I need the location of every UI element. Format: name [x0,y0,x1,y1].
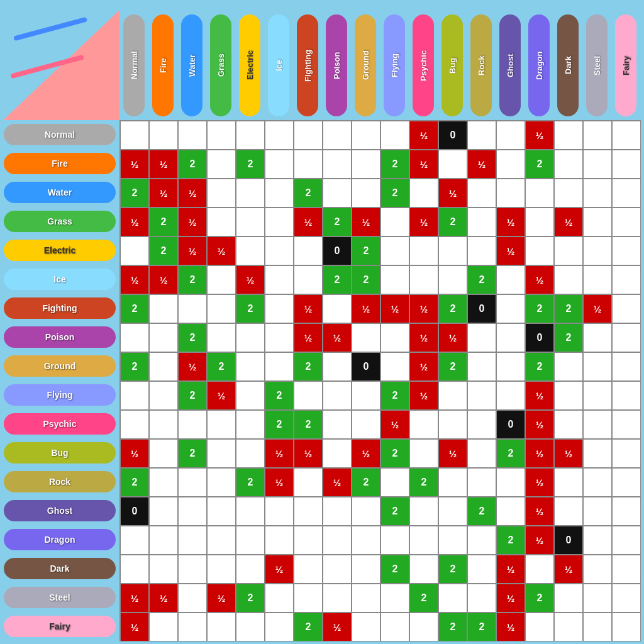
cell-5-2: 2 [178,265,207,294]
cell-17-4 [236,613,265,641]
cell-0-6 [294,121,323,150]
cell-10-15 [554,410,583,439]
cell-13-15 [554,497,583,526]
cell-0-1 [149,121,178,150]
table-row: ½0½ [120,121,641,150]
cell-8-10: ½ [409,352,438,381]
cell-14-8 [352,526,380,555]
row-header-dragon: Dragon [3,525,119,554]
cell-3-16 [583,208,612,236]
cell-9-16 [583,381,612,410]
cell-6-10: ½ [409,294,438,323]
cell-12-16 [583,468,612,497]
cell-0-11: 0 [438,121,467,150]
cell-17-0: ½ [120,613,149,641]
cell-17-8 [352,613,380,641]
cell-5-4: ½ [236,265,265,294]
cell-9-15 [554,381,583,410]
cell-13-9: 2 [380,497,409,526]
cell-5-15 [554,265,583,294]
cell-7-9 [380,323,409,352]
cell-2-17 [612,179,641,208]
cell-3-8: ½ [352,208,380,236]
cell-8-3: 2 [207,352,236,381]
cell-4-13: ½ [496,236,525,265]
cell-16-10: 2 [409,584,438,613]
cell-0-5 [265,121,294,150]
cell-7-1 [149,323,178,352]
table-row: 22½½½½2022½ [120,294,641,323]
cell-6-14: 2 [525,294,554,323]
table-row: 2½220½22 [120,352,641,381]
cell-16-15 [554,584,583,613]
col-header-dark: Dark [553,10,582,120]
cell-16-4: 2 [236,584,265,613]
table-row: 22½½22½ [120,468,641,497]
cell-12-10: 2 [409,468,438,497]
cell-10-13: 0 [496,410,525,439]
cell-2-1: ½ [149,179,178,208]
cell-10-9: ½ [380,410,409,439]
cell-9-17 [612,381,641,410]
cell-13-0: 0 [120,497,149,526]
col-header-ground: Ground [351,10,380,120]
cell-4-12 [467,236,496,265]
cell-15-9: 2 [380,555,409,584]
cell-4-9 [380,236,409,265]
cell-1-16 [583,150,612,179]
cell-11-12 [467,439,496,468]
cell-2-8 [352,179,380,208]
cell-13-17 [612,497,641,526]
col-header-psychic: Psychic [409,10,438,120]
cell-5-14: ½ [525,265,554,294]
cell-17-2 [178,613,207,641]
cell-16-8 [352,584,380,613]
cell-13-4 [236,497,265,526]
cell-5-13 [496,265,525,294]
cell-15-2 [178,555,207,584]
cell-12-2 [178,468,207,497]
cell-0-3 [207,121,236,150]
cell-11-11: ½ [438,439,467,468]
row-header-flying: Flying [3,380,119,409]
cell-7-3 [207,323,236,352]
cell-11-1 [149,439,178,468]
row-header-grass: Grass [3,207,119,236]
cell-14-0 [120,526,149,555]
cell-0-2 [178,121,207,150]
cell-5-11 [438,265,467,294]
cell-9-4 [236,381,265,410]
cell-13-2 [178,497,207,526]
cell-14-6 [294,526,323,555]
cell-6-15: 2 [554,294,583,323]
cell-6-17 [612,294,641,323]
col-header-ghost: Ghost [496,10,525,120]
row-header-steel: Steel [3,583,119,612]
cell-7-7: ½ [323,323,352,352]
row-header-rock: Rock [3,467,119,496]
cell-4-4 [236,236,265,265]
cell-2-6: 2 [294,179,323,208]
cell-0-0 [120,121,149,150]
cell-16-13: ½ [496,584,525,613]
cell-12-6 [294,468,323,497]
cell-9-8 [352,381,380,410]
cell-6-9: ½ [380,294,409,323]
cell-10-0 [120,410,149,439]
cell-12-5: ½ [265,468,294,497]
cell-2-0: 2 [120,179,149,208]
cell-17-6: 2 [294,613,323,641]
cell-8-2: ½ [178,352,207,381]
cell-2-7 [323,179,352,208]
cell-4-7: 0 [323,236,352,265]
cell-6-16: ½ [583,294,612,323]
cell-14-14: ½ [525,526,554,555]
cell-10-11 [438,410,467,439]
cell-1-17 [612,150,641,179]
cell-14-1 [149,526,178,555]
cell-11-8: ½ [352,439,380,468]
col-header-rock: Rock [467,10,496,120]
cell-1-15 [554,150,583,179]
cell-3-3 [207,208,236,236]
cell-12-4: 2 [236,468,265,497]
